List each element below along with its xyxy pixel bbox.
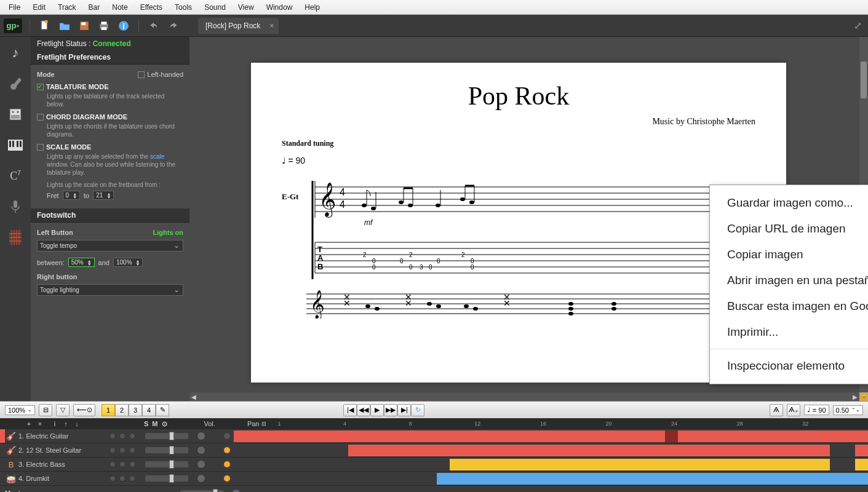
fullscreen-icon[interactable]: ⤢ (851, 17, 864, 34)
track-volume-slider[interactable] (145, 447, 188, 453)
scale-mode-checkbox[interactable]: SCALE MODE (37, 143, 183, 151)
lock-icon[interactable]: 🔒 (859, 392, 868, 401)
track-row[interactable]: 🥁 4. Drumkit (0, 472, 868, 486)
track-pan-knob[interactable] (197, 474, 219, 483)
zoom-select[interactable]: 100% ⌄ (5, 405, 35, 415)
solo-toggle[interactable] (109, 475, 116, 482)
fretboard-tool-icon[interactable] (6, 228, 25, 247)
countdown-icon[interactable]: Ѧ₊ (787, 404, 800, 416)
menu-sound[interactable]: Sound (198, 3, 232, 12)
add-track-icon[interactable]: + (25, 420, 33, 427)
solo-toggle[interactable] (109, 433, 116, 439)
solo-toggle[interactable] (109, 447, 116, 453)
rec-toggle[interactable] (129, 447, 135, 453)
slider-icon[interactable]: ⟵⊙ (73, 404, 95, 416)
mute-toggle[interactable] (119, 433, 125, 439)
ctx-save-image[interactable]: Guardar imagen como... (710, 190, 868, 216)
left-handed-checkbox[interactable]: Left-handed (138, 71, 183, 78)
left-button-select[interactable]: Toggle tempo (37, 240, 183, 252)
right-button-select[interactable]: Toggle lighting (37, 284, 183, 296)
rec-toggle[interactable] (129, 461, 135, 467)
track-volume-slider[interactable] (145, 461, 188, 467)
collapse-icon[interactable]: ⊟ (261, 421, 266, 427)
play-icon[interactable]: ▶ (370, 404, 384, 416)
ctx-copy-url[interactable]: Copiar URL de imagen (710, 216, 868, 242)
track-pan-knob[interactable] (197, 432, 219, 440)
move-down-icon[interactable]: ↓ (73, 420, 81, 427)
menu-track[interactable]: Track (52, 3, 82, 12)
page-1-button[interactable]: 1 (102, 404, 115, 416)
track-volume-slider[interactable] (145, 433, 188, 439)
page-2-button[interactable]: 2 (115, 404, 129, 416)
mute-toggle[interactable] (119, 461, 125, 467)
menu-file[interactable]: File (2, 3, 26, 12)
new-file-icon[interactable] (38, 18, 52, 33)
menu-bar[interactable]: Bar (82, 3, 106, 12)
menu-edit[interactable]: Edit (26, 3, 52, 12)
menu-help[interactable]: Help (298, 3, 326, 12)
track-row[interactable]: B 3. Electric Bass (0, 458, 868, 472)
track-info-icon[interactable]: i (50, 420, 59, 427)
ctx-print[interactable]: Imprimir... (710, 319, 868, 345)
horizontal-scrollbar[interactable]: ◀▶🔒 (189, 392, 859, 401)
view-mode-1-icon[interactable]: ⊟ (39, 404, 52, 416)
menu-tools[interactable]: Tools (169, 3, 198, 12)
page-4-button[interactable]: 4 (142, 404, 156, 416)
ctx-open-new-tab[interactable]: Abrir imagen en una pestaña nueva (710, 268, 868, 293)
master-pan-knob[interactable] (232, 489, 254, 492)
track-row[interactable]: 🎸 1. Electric Guitar (0, 429, 868, 443)
redo-icon[interactable] (166, 18, 181, 33)
tablature-mode-checkbox[interactable]: TABLATURE MODE (37, 83, 183, 90)
automation-toggle[interactable] (224, 461, 230, 467)
menu-effects[interactable]: Effects (134, 3, 169, 12)
rec-toggle[interactable] (129, 475, 135, 482)
menu-note[interactable]: Note (106, 3, 133, 12)
fast-forward-icon[interactable]: ▶▶ (384, 404, 397, 416)
page-edit-icon[interactable]: ✎ (156, 404, 169, 416)
go-start-icon[interactable]: |◀ (343, 404, 357, 416)
mute-toggle[interactable] (119, 475, 125, 482)
automation-toggle[interactable] (224, 447, 230, 453)
go-end-icon[interactable]: ▶| (397, 404, 411, 416)
remove-track-icon[interactable]: × (36, 420, 44, 427)
loop-icon[interactable]: ↻ (411, 404, 424, 416)
automation-toggle[interactable] (224, 475, 230, 482)
solo-toggle[interactable] (109, 461, 116, 467)
rec-toggle[interactable] (129, 433, 135, 439)
track-volume-slider[interactable] (145, 475, 188, 482)
metronome-icon[interactable]: Ѧ (770, 404, 783, 416)
tempo-from-spinner[interactable]: 50%▲▼ (68, 258, 95, 267)
fret-to-spinner[interactable]: 21▲▼ (93, 191, 114, 200)
track-row[interactable]: 🎸 2. 12 St. Steel Guitar (0, 443, 868, 458)
info-icon[interactable]: i (116, 18, 131, 33)
track-clips[interactable] (234, 443, 868, 457)
mute-toggle[interactable] (119, 447, 125, 453)
view-mode-2-icon[interactable]: ▽ (56, 404, 70, 416)
track-clips[interactable] (234, 458, 868, 471)
track-pan-knob[interactable] (197, 446, 219, 454)
guitar-tool-icon[interactable] (6, 74, 25, 93)
ctx-copy-image[interactable]: Copiar imagen (710, 242, 868, 268)
open-file-icon[interactable] (57, 18, 72, 33)
fret-from-spinner[interactable]: 0▲▼ (63, 191, 81, 200)
chord-diagram-mode-checkbox[interactable]: CHORD DIAGRAM MODE (37, 113, 183, 121)
undo-icon[interactable] (146, 18, 161, 33)
tab-close-icon[interactable]: × (269, 22, 274, 30)
print-icon[interactable] (97, 18, 111, 33)
ctx-inspect[interactable]: Inspeccionar elemento (710, 353, 868, 379)
mic-tool-icon[interactable] (6, 197, 25, 216)
amp-tool-icon[interactable] (6, 105, 25, 124)
document-tab[interactable]: [Rock] Pop Rock × (198, 18, 279, 34)
ctx-search-google[interactable]: Buscar esta imagen en Google (710, 293, 868, 319)
rewind-icon[interactable]: ◀◀ (357, 404, 370, 416)
tempo-to-spinner[interactable]: 100%▲▼ (113, 258, 143, 267)
chord-tool-icon[interactable]: C7 (6, 166, 25, 186)
speed-spinner[interactable]: 0.50 ⌃⌄ (833, 405, 863, 415)
track-clips[interactable] (234, 472, 868, 485)
automation-toggle[interactable] (224, 433, 230, 439)
track-pan-knob[interactable] (197, 460, 219, 469)
tempo-display[interactable]: ♩ = 90 (804, 405, 829, 415)
note-tool-icon[interactable]: ♪ (6, 43, 25, 63)
track-clips[interactable] (234, 429, 868, 443)
page-3-button[interactable]: 3 (129, 404, 142, 416)
